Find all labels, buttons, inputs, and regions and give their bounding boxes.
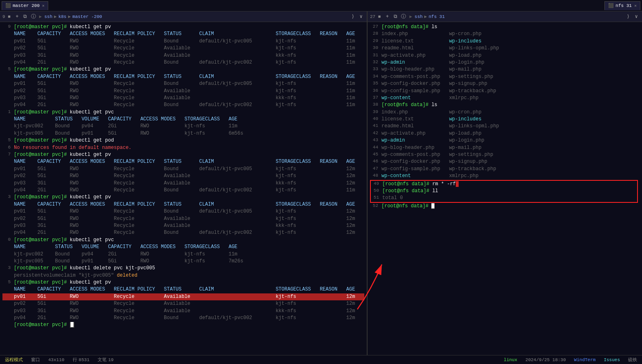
left-btn-chevron[interactable]: ∨ — [358, 13, 364, 20]
list-item: 44 wp-blog-header.php wp-mail.php — [370, 144, 640, 151]
tab-close-right[interactable]: ✕ — [634, 3, 637, 8]
list-item: pv03 3Gi RWO Recycle Available kkk-nfs 1… — [2, 95, 364, 102]
list-item: pv01 5Gi RWO Recycle Available kjt-nfs 1… — [2, 293, 364, 300]
list-item: NAME CAPACITY ACCESS MODES RECLAIM POLIC… — [2, 158, 364, 165]
right-btn-chevron[interactable]: ∨ — [633, 13, 640, 20]
tab-label-left: master 200 — [13, 3, 40, 8]
list-item: 36 wp-config-sample.php wp-trackback.php — [370, 88, 640, 95]
list-item: pv03 3Gi RWO Recycle Available kkk-nfs 1… — [2, 222, 364, 229]
list-item: pv02 5Gi RWO Recycle Available kjt-nfs 1… — [2, 173, 364, 180]
right-terminal-content[interactable]: 27 [root@nfs data]# ls 28 index.php wp-c… — [368, 22, 642, 355]
list-item: 46 wp-config-docker.php wp-signup.php — [370, 158, 640, 165]
list-item: 47 wp-config-sample.php wp-trackback.php — [370, 166, 640, 173]
tab-bar: ⬛ master 200 ✕ ⬛ nfs 31 ✕ — [0, 0, 642, 11]
list-item: 49 [root@nfs data]# rm * -rf — [371, 181, 637, 188]
left-path-ssh[interactable]: ssh — [44, 14, 52, 19]
list-item: pv03 3Gi RWO Recycle Available kkk-nfs 1… — [2, 180, 364, 187]
left-path-k8s[interactable]: k8s — [58, 14, 67, 19]
list-item: pv03 3Gi RWO Recycle Available kkk-nfs 1… — [2, 308, 364, 315]
list-item: 43 wp-admin wp-login.php — [370, 137, 640, 144]
list-item: NAME CAPACITY ACCESS MODES RECLAIM POLIC… — [2, 286, 364, 293]
status-col-val: 19 — [108, 357, 114, 362]
red-box-annotation: 49 [root@nfs data]# rm * -rf 50 [root@nf… — [370, 180, 638, 203]
status-row: 行 8531 — [73, 357, 89, 363]
status-col-label: 文笔 — [98, 357, 107, 363]
left-btn-new[interactable]: + — [14, 13, 20, 20]
tab-left-master[interactable]: ⬛ master 200 ✕ — [2, 1, 48, 10]
list-item: 41 readme.html wp-links-opml.php — [370, 123, 640, 130]
right-btn-info[interactable]: ⓘ — [400, 13, 407, 20]
left-terminal-content[interactable]: 9 [root@master pvc]# kubectl get pv NAME… — [0, 22, 367, 355]
list-item: 0 [root@master pvc]# kubectl get pvc — [2, 237, 364, 244]
list-item: pv01 5Gi RWO Recycle Bound default/kjt-p… — [2, 208, 364, 215]
right-btn-new[interactable]: + — [384, 13, 390, 20]
tab-label-right: nfs 31 — [615, 3, 632, 8]
right-sep1: ▶ — [409, 14, 412, 19]
left-sep1: ▶ — [39, 14, 42, 19]
status-datetime: 2024/9/25 18:30 — [526, 357, 566, 362]
list-item: 7 [root@master pvc]# kubectl get pv — [2, 151, 364, 158]
status-issues[interactable]: Issues — [604, 357, 620, 362]
status-lock-val: 硫铁 — [628, 357, 637, 363]
right-path-nfs[interactable]: nfs 31 — [428, 14, 445, 19]
list-item: pv04 2Gi RWO Recycle Bound default/kjt-p… — [2, 315, 364, 322]
list-item: NAME CAPACITY ACCESS MODES RECLAIM POLIC… — [2, 31, 364, 38]
list-item: NAME CAPACITY ACCESS MODES RECLAIM POLIC… — [2, 201, 364, 208]
list-item: 50 [root@nfs data]# ll — [371, 188, 637, 195]
tab-icon-right: ⬛ — [608, 3, 614, 8]
line-number: 9 — [2, 24, 11, 31]
left-btn-copy[interactable]: ⧉ — [22, 13, 29, 20]
list-item: 6 No resources found in default namespac… — [2, 144, 364, 151]
list-item: 31 wp-activate.php wp-load.php — [370, 52, 640, 59]
status-lock: 硫铁 — [628, 357, 637, 363]
left-path-sep1: ▶ — [54, 14, 57, 19]
status-os: linux — [504, 357, 517, 362]
list-item: 42 wp-activate.php wp-load.php — [370, 130, 640, 137]
left-btn-expand[interactable]: ⟩ — [350, 13, 356, 20]
list-item: kjt-pvc002 Bound pv04 2Gi RWO kjt-nfs 11… — [2, 251, 364, 258]
left-path-sep2: ▶ — [68, 14, 71, 19]
list-item: 34 wp-comments-post.php wp-settings.php — [370, 73, 640, 80]
right-terminal-pane: 27 ■ + ⧉ ⓘ ▶ ssh ▶ nfs 31 ⟩ ∨ 27 [root@n… — [368, 11, 642, 355]
right-path-ssh[interactable]: ssh — [415, 14, 423, 19]
list-item: 27 [root@nfs data]# ls — [370, 24, 640, 31]
list-item: 38 [root@nfs data]# ls — [370, 102, 640, 109]
list-item: 39 index.php wp-cron.php — [370, 109, 640, 116]
list-item: 5 [root@master pvc]# kubectl get pod — [2, 137, 364, 144]
panes-wrapper: 9 ■ + ⧉ ⓘ ▶ ssh ▶ k8s ▶ master -200 ⟩ ∨ … — [0, 11, 642, 355]
list-item: 48 wp-content xmlrpc.php — [370, 173, 640, 180]
right-btn-expand[interactable]: ⟩ — [625, 13, 631, 20]
status-mode-label: 远程模式 — [5, 357, 23, 363]
left-path-master[interactable]: master -200 — [72, 14, 102, 19]
status-window-label: 窗口 — [31, 357, 40, 363]
list-item: pv02 5Gi RWO Recycle Available kjt-nfs 1… — [2, 88, 364, 95]
list-item: pv03 3Gi RWO Recycle Available kkk-nfs 1… — [2, 52, 364, 59]
status-row-val: 8531 — [79, 357, 89, 362]
list-item: 1 [root@master pvc]# kubectl get pvc — [2, 109, 364, 116]
status-issues-val: Issues — [604, 357, 620, 362]
status-cols-rows: 43x110 — [48, 357, 65, 362]
tab-close-left[interactable]: ✕ — [42, 3, 45, 8]
list-item: pv04 2Gi RWO Recycle Bound default/kjt-p… — [2, 187, 364, 194]
status-row-label: 行 — [73, 357, 77, 363]
status-app: WindTerm — [574, 357, 596, 362]
list-item: persistentvolumeclaim "kjt-pvc005" delet… — [2, 272, 364, 279]
list-item: 40 license.txt wp-includes — [370, 116, 640, 123]
list-item: 3 [root@master pvc]# kubectl delete pvc … — [2, 265, 364, 272]
list-item: kjt-pvc002 Bound pv04 2Gi RWO kjt-nfs 11… — [2, 123, 364, 130]
status-os-val: linux — [504, 357, 517, 362]
status-col: 文笔 19 — [98, 357, 114, 363]
right-btn-copy[interactable]: ⧉ — [392, 13, 399, 20]
status-app-val: WindTerm — [574, 357, 596, 362]
list-item: NAME STATUS VOLUME CAPACITY ACCESS MODES… — [2, 116, 364, 123]
list-item: 32 wp-admin wp-login.php — [370, 59, 640, 66]
left-btn-info[interactable]: ⓘ — [30, 13, 37, 20]
list-item: pv02 5Gi RWO Recycle Available kjt-nfs 1… — [2, 45, 364, 52]
list-item: 52 [root@nfs data]# █ — [370, 203, 640, 210]
list-item: 9 [root@master pvc]# kubectl get pv — [2, 24, 364, 31]
tab-right-nfs[interactable]: ⬛ nfs 31 ✕ — [604, 1, 640, 10]
list-item: 29 license.txt wp-includes — [370, 38, 640, 45]
list-item: pv04 2Gi RWO Recycle Bound default/kjt-p… — [2, 229, 364, 236]
list-item: pv02 5Gi RWO Recycle Available kjt-nfs 1… — [2, 300, 364, 307]
list-item: pv01 5Gi RWO Recycle Bound default/kjt-p… — [2, 80, 364, 87]
